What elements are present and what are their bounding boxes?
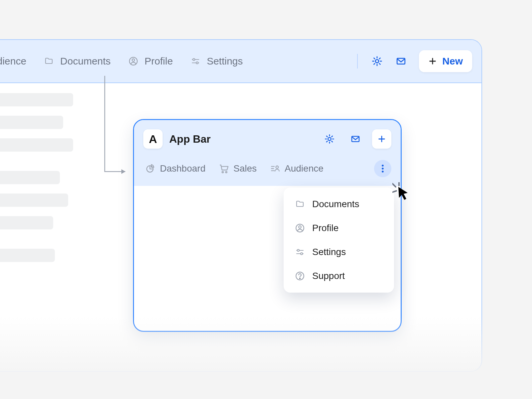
compact-settings-button[interactable] xyxy=(323,132,336,146)
divider xyxy=(357,54,358,68)
list-item xyxy=(0,138,73,152)
dd-label-settings: Settings xyxy=(312,247,346,257)
tab-label-audience: Audience xyxy=(285,163,324,174)
appbar-top-row: A App Bar xyxy=(143,129,391,149)
tab-label-dashboard: Dashboard xyxy=(160,163,205,174)
folder-icon xyxy=(295,200,305,209)
nav-label-documents: Documents xyxy=(60,56,111,67)
mail-icon xyxy=(350,134,361,144)
gear-icon xyxy=(371,56,383,67)
appbar-tabs: Dashboard Sales Audience xyxy=(143,149,391,186)
svg-point-22 xyxy=(382,168,384,170)
cart-icon xyxy=(219,164,229,174)
chart-icon xyxy=(145,164,155,174)
list-item xyxy=(0,116,63,129)
tab-label-sales: Sales xyxy=(233,163,257,174)
dd-label-profile: Profile xyxy=(312,223,338,233)
help-icon xyxy=(295,271,305,281)
list-item xyxy=(0,249,55,262)
overflow-dropdown: Documents Profile Settings Support xyxy=(284,188,394,293)
more-vertical-icon xyxy=(381,164,384,173)
nav-label-profile: Profile xyxy=(145,56,173,67)
profile-icon xyxy=(295,223,305,233)
dropdown-item-profile[interactable]: Profile xyxy=(284,216,394,240)
sliders-icon xyxy=(295,247,305,257)
svg-point-21 xyxy=(382,165,384,167)
outer-nav: Audience Documents Profile Settings xyxy=(0,56,344,67)
plus-icon xyxy=(428,57,437,66)
dropdown-item-support[interactable]: Support xyxy=(284,264,394,288)
mail-button[interactable] xyxy=(395,55,407,67)
profile-icon xyxy=(128,56,139,66)
nav-item-audience[interactable]: Audience xyxy=(0,56,26,67)
app-title: App Bar xyxy=(169,133,316,145)
tab-audience[interactable]: Audience xyxy=(270,163,324,174)
list-item xyxy=(0,194,68,207)
dd-label-support: Support xyxy=(312,271,345,281)
gear-icon xyxy=(324,134,335,144)
settings-button[interactable] xyxy=(371,55,383,67)
nav-item-settings[interactable]: Settings xyxy=(190,56,243,67)
new-button[interactable]: New xyxy=(419,50,472,72)
people-icon xyxy=(270,164,280,174)
nav-item-profile[interactable]: Profile xyxy=(128,56,173,67)
outer-app-bar: Audience Documents Profile Settings xyxy=(0,40,481,83)
outer-actions: New xyxy=(371,50,472,72)
svg-point-23 xyxy=(382,171,384,173)
nav-label-audience: Audience xyxy=(0,56,26,67)
nav-item-documents[interactable]: Documents xyxy=(44,56,111,67)
app-icon-tile[interactable]: A xyxy=(143,129,163,149)
nav-label-settings: Settings xyxy=(207,56,243,67)
list-item xyxy=(0,93,73,106)
compact-mail-button[interactable] xyxy=(349,132,362,146)
tab-dashboard[interactable]: Dashboard xyxy=(145,163,205,174)
dd-label-documents: Documents xyxy=(312,199,359,209)
list-item xyxy=(0,216,53,229)
placeholder-list xyxy=(0,93,86,262)
folder-icon xyxy=(44,57,54,66)
compact-add-button[interactable] xyxy=(372,129,391,149)
dropdown-item-documents[interactable]: Documents xyxy=(284,192,394,216)
plus-icon xyxy=(377,135,386,143)
mail-icon xyxy=(395,56,407,66)
sliders-icon xyxy=(190,57,201,66)
compact-app-bar: A App Bar Dashboard Sales xyxy=(134,120,401,186)
dropdown-item-settings[interactable]: Settings xyxy=(284,240,394,264)
new-button-label: New xyxy=(442,56,463,67)
tab-sales[interactable]: Sales xyxy=(219,163,257,174)
overflow-menu-button[interactable] xyxy=(374,160,391,177)
list-item xyxy=(0,171,60,184)
app-icon-letter: A xyxy=(149,133,157,146)
